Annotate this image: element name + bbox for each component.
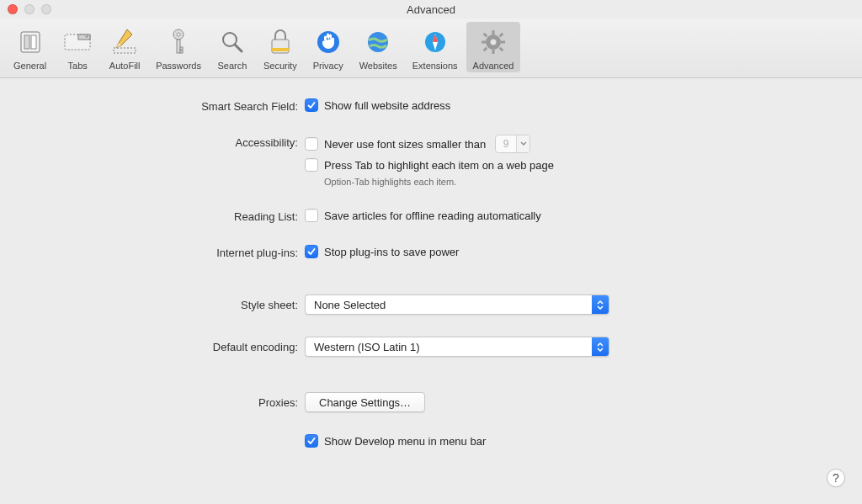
tab-label: Advanced xyxy=(473,61,514,71)
traffic-lights xyxy=(0,4,51,14)
svg-rect-25 xyxy=(492,30,495,34)
tab-tabs[interactable]: + Tabs xyxy=(55,22,100,72)
checkbox-save-articles[interactable] xyxy=(305,209,318,222)
tab-autofill[interactable]: AutoFill xyxy=(102,22,147,72)
option-save-articles: Save articles for offline reading automa… xyxy=(324,210,541,222)
preferences-content: Smart Search Field: Show full website ad… xyxy=(0,78,862,448)
tab-security[interactable]: Security xyxy=(257,22,304,72)
svg-line-15 xyxy=(235,45,242,51)
svg-rect-28 xyxy=(501,41,505,44)
checkbox-press-tab[interactable] xyxy=(305,158,318,172)
chevron-updown-icon xyxy=(592,295,609,314)
tab-general[interactable]: General xyxy=(7,22,53,72)
tab-websites[interactable]: Websites xyxy=(353,22,404,72)
checkbox-show-full-address[interactable] xyxy=(305,98,318,112)
svg-rect-0 xyxy=(21,32,40,52)
min-font-stepper[interactable]: 9 xyxy=(495,135,530,153)
tab-extensions[interactable]: Extensions xyxy=(406,22,465,72)
hand-icon xyxy=(316,25,341,59)
tab-label: AutoFill xyxy=(109,61,141,71)
label-smart-search: Smart Search Field: xyxy=(0,98,305,113)
svg-rect-32 xyxy=(483,47,488,52)
svg-rect-26 xyxy=(492,50,495,54)
preferences-toolbar: General + Tabs AutoFill xyxy=(0,19,862,78)
tab-label: Security xyxy=(263,61,297,71)
tab-label: Websites xyxy=(359,61,397,71)
popup-default-encoding-value: Western (ISO Latin 1) xyxy=(306,341,419,353)
lock-icon xyxy=(269,25,292,59)
hint-press-tab: Option-Tab highlights each item. xyxy=(305,177,828,187)
tab-label: Passwords xyxy=(156,61,201,71)
option-stop-plugins: Stop plug-ins to save power xyxy=(324,246,459,258)
tab-passwords[interactable]: Passwords xyxy=(149,22,208,72)
compass-icon xyxy=(423,25,448,59)
chevron-down-icon xyxy=(516,135,529,152)
window-title: Advanced xyxy=(0,3,862,16)
checkbox-never-font-smaller[interactable] xyxy=(305,137,318,151)
help-button[interactable]: ? xyxy=(827,469,845,487)
option-press-tab: Press Tab to highlight each item on a we… xyxy=(324,159,554,172)
zoom-window-button[interactable] xyxy=(41,4,51,14)
popup-style-sheet[interactable]: None Selected xyxy=(305,294,609,315)
label-default-encoding: Default encoding: xyxy=(0,337,305,353)
tab-label: Tabs xyxy=(68,61,88,71)
help-label: ? xyxy=(833,471,839,485)
tabs-icon: + xyxy=(63,25,92,59)
tab-label: General xyxy=(13,61,46,71)
label-reading-list: Reading List: xyxy=(0,209,305,223)
tab-search[interactable]: Search xyxy=(210,22,255,72)
gear-icon xyxy=(480,25,507,59)
svg-rect-12 xyxy=(180,47,183,50)
checkbox-stop-plugins[interactable] xyxy=(305,245,318,258)
label-accessibility: Accessibility: xyxy=(0,135,305,149)
tab-privacy[interactable]: Privacy xyxy=(306,22,351,72)
switch-icon xyxy=(18,25,43,59)
close-window-button[interactable] xyxy=(8,4,18,14)
svg-text:+: + xyxy=(85,34,88,40)
option-show-full-address: Show full website address xyxy=(324,99,450,112)
titlebar: Advanced xyxy=(0,0,862,19)
label-internet-plugins: Internet plug-ins: xyxy=(0,245,305,259)
svg-rect-30 xyxy=(499,47,504,52)
svg-rect-6 xyxy=(114,48,136,53)
svg-rect-17 xyxy=(272,48,289,51)
minimize-window-button[interactable] xyxy=(24,4,35,14)
svg-point-24 xyxy=(491,40,497,45)
tab-label: Extensions xyxy=(412,61,458,71)
tab-advanced[interactable]: Advanced xyxy=(466,22,521,72)
search-icon xyxy=(219,25,246,59)
popup-default-encoding[interactable]: Western (ISO Latin 1) xyxy=(305,337,609,357)
globe-icon xyxy=(365,25,391,59)
pencil-icon xyxy=(111,25,138,59)
svg-rect-11 xyxy=(177,40,180,53)
svg-rect-13 xyxy=(180,50,183,53)
svg-rect-27 xyxy=(482,41,486,44)
label-style-sheet: Style sheet: xyxy=(0,294,305,311)
option-never-font-smaller: Never use font sizes smaller than xyxy=(324,138,486,151)
svg-rect-29 xyxy=(483,33,488,38)
svg-rect-2 xyxy=(31,35,36,49)
popup-style-sheet-value: None Selected xyxy=(306,299,386,311)
svg-rect-1 xyxy=(24,35,29,49)
option-show-develop: Show Develop menu in menu bar xyxy=(324,435,486,448)
min-font-value: 9 xyxy=(496,135,516,152)
change-settings-button[interactable]: Change Settings… xyxy=(305,392,425,412)
checkbox-show-develop[interactable] xyxy=(305,434,318,448)
label-proxies: Proxies: xyxy=(0,392,305,409)
svg-point-10 xyxy=(177,33,180,36)
key-icon xyxy=(168,25,189,59)
tab-label: Privacy xyxy=(313,61,343,71)
tab-label: Search xyxy=(218,61,247,71)
chevron-updown-icon xyxy=(592,337,609,356)
svg-rect-31 xyxy=(499,33,504,38)
